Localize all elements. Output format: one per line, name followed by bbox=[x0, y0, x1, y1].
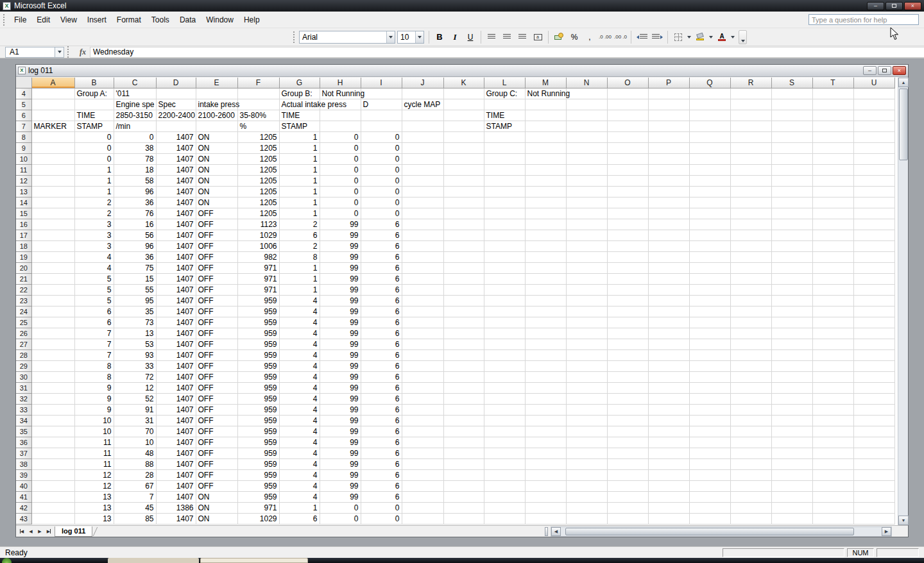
column-header-P[interactable]: P bbox=[648, 78, 689, 88]
cell-C4[interactable]: '011 bbox=[114, 88, 156, 99]
cell-A19[interactable] bbox=[31, 252, 74, 263]
cell-A32[interactable] bbox=[31, 394, 74, 405]
cell-K8[interactable] bbox=[443, 132, 484, 143]
cell-P38[interactable] bbox=[648, 459, 689, 470]
cell-F37[interactable]: 959 bbox=[237, 448, 279, 459]
cell-M12[interactable] bbox=[525, 176, 566, 187]
cell-D23[interactable]: 1407 bbox=[156, 296, 196, 307]
menu-edit[interactable]: Edit bbox=[31, 13, 55, 26]
cell-A6[interactable] bbox=[31, 110, 74, 121]
cell-R23[interactable] bbox=[730, 296, 771, 307]
cell-F35[interactable]: 959 bbox=[237, 426, 279, 437]
row-header-9[interactable]: 9 bbox=[16, 143, 31, 154]
percent-style-button[interactable]: % bbox=[567, 30, 581, 44]
cell-O19[interactable] bbox=[607, 252, 648, 263]
cell-K29[interactable] bbox=[443, 361, 484, 372]
cell-E9[interactable]: ON bbox=[196, 143, 237, 154]
cell-N35[interactable] bbox=[566, 426, 607, 437]
cell-T35[interactable] bbox=[812, 426, 853, 437]
cell-Q6[interactable] bbox=[689, 110, 730, 121]
cell-O21[interactable] bbox=[607, 274, 648, 285]
cell-Q10[interactable] bbox=[689, 154, 730, 165]
cell-U33[interactable] bbox=[853, 405, 894, 416]
cell-T37[interactable] bbox=[812, 448, 853, 459]
cell-B19[interactable]: 4 bbox=[74, 252, 114, 263]
cell-D11[interactable]: 1407 bbox=[156, 165, 196, 176]
cell-K40[interactable] bbox=[443, 481, 484, 492]
cell-U8[interactable] bbox=[853, 132, 894, 143]
cell-R32[interactable] bbox=[730, 394, 771, 405]
cell-A38[interactable] bbox=[31, 459, 74, 470]
cell-R36[interactable] bbox=[730, 437, 771, 448]
cell-M34[interactable] bbox=[525, 416, 566, 426]
cell-N21[interactable] bbox=[566, 274, 607, 285]
name-box-dropdown[interactable] bbox=[55, 47, 64, 58]
cell-P6[interactable] bbox=[648, 110, 689, 121]
cell-M37[interactable] bbox=[525, 448, 566, 459]
cell-I10[interactable]: 0 bbox=[361, 154, 402, 165]
cell-F11[interactable]: 1205 bbox=[237, 165, 279, 176]
cell-G21[interactable]: 1 bbox=[279, 274, 320, 285]
cell-S31[interactable] bbox=[771, 383, 812, 394]
increase-decimal-button[interactable]: .0 .00 bbox=[598, 30, 612, 44]
cell-M26[interactable] bbox=[525, 328, 566, 339]
cell-P16[interactable] bbox=[648, 219, 689, 230]
cell-Q41[interactable] bbox=[689, 492, 730, 503]
cell-M6[interactable] bbox=[525, 110, 566, 121]
cell-R25[interactable] bbox=[730, 317, 771, 328]
cell-I17[interactable]: 6 bbox=[361, 230, 402, 241]
cell-R38[interactable] bbox=[730, 459, 771, 470]
cell-M41[interactable] bbox=[525, 492, 566, 503]
cell-J23[interactable] bbox=[402, 296, 443, 307]
cell-O6[interactable] bbox=[607, 110, 648, 121]
cell-F8[interactable]: 1205 bbox=[237, 132, 279, 143]
cell-A7[interactable]: MARKER bbox=[31, 121, 74, 132]
row-header-18[interactable]: 18 bbox=[16, 241, 31, 252]
cell-U31[interactable] bbox=[853, 383, 894, 394]
row-header-33[interactable]: 33 bbox=[16, 405, 31, 416]
currency-button[interactable] bbox=[552, 30, 566, 44]
cell-N14[interactable] bbox=[566, 197, 607, 208]
row-header-24[interactable]: 24 bbox=[16, 307, 31, 317]
cell-B6[interactable]: TIME bbox=[74, 110, 114, 121]
cell-U7[interactable] bbox=[853, 121, 894, 132]
cell-T30[interactable] bbox=[812, 372, 853, 383]
cell-Q9[interactable] bbox=[689, 143, 730, 154]
cell-F32[interactable]: 959 bbox=[237, 394, 279, 405]
cell-J4[interactable] bbox=[402, 88, 443, 99]
cell-L24[interactable] bbox=[484, 307, 525, 317]
cell-O16[interactable] bbox=[607, 219, 648, 230]
horizontal-scrollbar[interactable]: ◀ ▶ bbox=[551, 526, 892, 537]
row-header-8[interactable]: 8 bbox=[16, 132, 31, 143]
cell-R16[interactable] bbox=[730, 219, 771, 230]
cell-N4[interactable] bbox=[566, 88, 607, 99]
cell-H11[interactable]: 0 bbox=[320, 165, 361, 176]
cell-E24[interactable]: OFF bbox=[196, 307, 237, 317]
cell-I36[interactable]: 6 bbox=[361, 437, 402, 448]
cell-J40[interactable] bbox=[402, 481, 443, 492]
cell-E32[interactable]: OFF bbox=[196, 394, 237, 405]
cell-K32[interactable] bbox=[443, 394, 484, 405]
cell-H32[interactable]: 99 bbox=[320, 394, 361, 405]
cell-F10[interactable]: 1205 bbox=[237, 154, 279, 165]
cell-U27[interactable] bbox=[853, 339, 894, 350]
cell-A30[interactable] bbox=[31, 372, 74, 383]
cell-P39[interactable] bbox=[648, 470, 689, 481]
cell-O9[interactable] bbox=[607, 143, 648, 154]
comma-style-button[interactable]: , bbox=[583, 30, 597, 44]
cell-H19[interactable]: 99 bbox=[320, 252, 361, 263]
cell-O43[interactable] bbox=[607, 514, 648, 525]
cell-C40[interactable]: 67 bbox=[114, 481, 156, 492]
cell-D38[interactable]: 1407 bbox=[156, 459, 196, 470]
cell-I18[interactable]: 6 bbox=[361, 241, 402, 252]
cell-G33[interactable]: 4 bbox=[279, 405, 320, 416]
cell-H35[interactable]: 99 bbox=[320, 426, 361, 437]
cell-G27[interactable]: 4 bbox=[279, 339, 320, 350]
cell-J16[interactable] bbox=[402, 219, 443, 230]
cell-B30[interactable]: 8 bbox=[74, 372, 114, 383]
cell-O20[interactable] bbox=[607, 263, 648, 274]
cell-O41[interactable] bbox=[607, 492, 648, 503]
cell-O31[interactable] bbox=[607, 383, 648, 394]
cell-M24[interactable] bbox=[525, 307, 566, 317]
row-header-28[interactable]: 28 bbox=[16, 350, 31, 361]
